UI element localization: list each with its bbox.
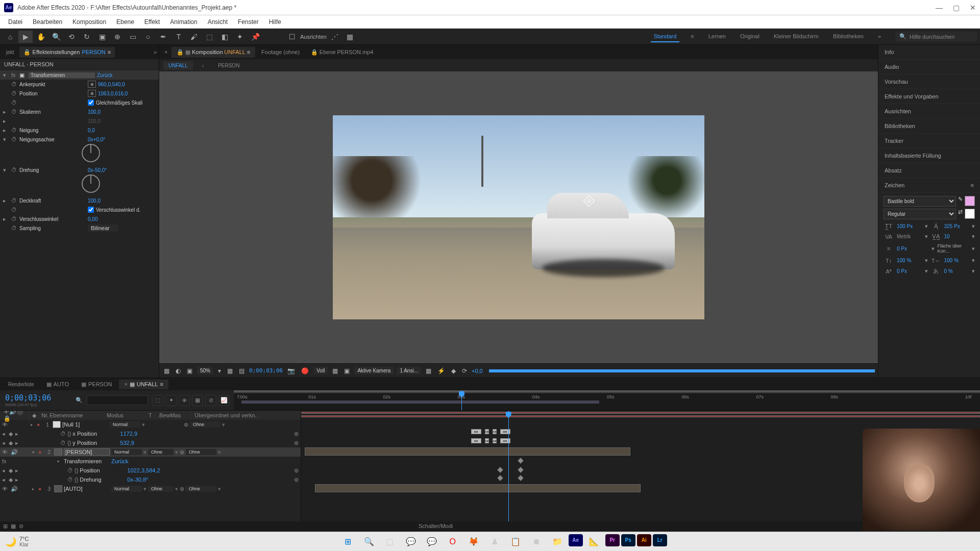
footage-tab[interactable]: Footage (ohne) bbox=[256, 47, 305, 57]
obs-icon[interactable]: ⏺ bbox=[527, 534, 546, 549]
audio-icon[interactable]: 🔊 bbox=[11, 449, 18, 456]
leading-value[interactable]: 325 Px bbox=[944, 223, 969, 229]
stroke-color-swatch[interactable] bbox=[965, 209, 975, 219]
stopwatch-icon[interactable]: ⏱ bbox=[11, 136, 17, 142]
layer-tab[interactable]: 🔒 Ebene PERSON.mp4 bbox=[306, 47, 378, 58]
photoshop-icon[interactable]: Ps bbox=[621, 534, 635, 546]
minimize-icon[interactable]: — bbox=[936, 4, 943, 12]
property-value[interactable]: 532,9 bbox=[120, 440, 134, 446]
hscale-value[interactable]: 100 % bbox=[944, 258, 969, 263]
render-queue-tab[interactable]: Renderliste bbox=[3, 380, 39, 389]
twirl-icon[interactable]: ▾ bbox=[32, 450, 37, 455]
menu-komposition[interactable]: Komposition bbox=[68, 17, 110, 27]
font-style-dropdown[interactable]: Regular bbox=[884, 209, 956, 219]
panel-info[interactable]: Info bbox=[878, 45, 980, 60]
menu-animation[interactable]: Animation bbox=[166, 17, 201, 27]
property-row[interactable]: ◂◆▸ ⏱ {} y Position 532,9 ⊚ bbox=[0, 438, 301, 447]
blend-mode-dropdown[interactable]: Normal bbox=[110, 421, 140, 428]
menu-fenster[interactable]: Fenster bbox=[234, 17, 263, 27]
snap-opt-icon[interactable]: ⋰ bbox=[328, 31, 342, 43]
shy-icon[interactable]: 👁 bbox=[179, 395, 190, 406]
stopwatch-icon[interactable]: ⏱ bbox=[11, 90, 17, 96]
mask-icon[interactable]: ▣ bbox=[19, 72, 27, 79]
project-tab[interactable]: jekt bbox=[2, 47, 18, 57]
expression-icon[interactable]: {} bbox=[67, 440, 71, 446]
graph-editor-icon[interactable]: 📈 bbox=[218, 395, 230, 406]
effect-reset[interactable]: Zurück bbox=[97, 72, 113, 78]
snapshot-icon[interactable]: 📷 bbox=[286, 367, 297, 374]
label-color-icon[interactable]: ■ bbox=[39, 450, 44, 455]
panel-content-aware[interactable]: Inhaltsbasierte Füllung bbox=[878, 148, 980, 163]
shape-ellipse-icon[interactable]: ○ bbox=[141, 31, 155, 43]
puppet-tool-icon[interactable]: 📌 bbox=[248, 31, 262, 43]
twirl-icon[interactable]: ▾ bbox=[57, 459, 62, 464]
motion-blur-icon[interactable]: ⊘ bbox=[19, 523, 23, 530]
panel-character[interactable]: Zeichen≡ bbox=[878, 178, 980, 193]
menu-hilfe[interactable]: Hilfe bbox=[265, 17, 285, 27]
zoom-dropdown[interactable]: 50% bbox=[197, 367, 213, 374]
firefox-icon[interactable]: 🦊 bbox=[464, 534, 483, 549]
fx-badge[interactable]: fx bbox=[2, 458, 8, 464]
skew-axis-value[interactable]: 0x+0,0° bbox=[88, 137, 105, 142]
zoom-tool-icon[interactable]: 🔍 bbox=[49, 31, 63, 43]
rotation-dial[interactable] bbox=[82, 174, 100, 193]
twirl-icon[interactable]: ▾ bbox=[3, 72, 9, 79]
visibility-icon[interactable]: 👁 bbox=[2, 486, 9, 492]
font-family-dropdown[interactable]: Bastile bold bbox=[884, 196, 956, 207]
effect-controls-tab[interactable]: 🔒 Effekteinstellungen PERSON ≡ bbox=[19, 47, 115, 58]
fast-preview-icon[interactable]: ⚡ bbox=[436, 367, 447, 374]
composition-viewer[interactable] bbox=[159, 71, 878, 363]
panel-libraries[interactable]: Bibliotheken bbox=[878, 119, 980, 134]
parent-pick-icon[interactable]: ⊚ bbox=[184, 421, 188, 428]
prev-tab-icon[interactable]: × bbox=[161, 49, 170, 55]
stopwatch-icon[interactable]: ⏱ bbox=[11, 127, 17, 133]
draft-icon[interactable]: ✦ bbox=[165, 395, 177, 406]
comp-flowchart-icon[interactable]: ⬚ bbox=[152, 395, 163, 406]
eraser-tool-icon[interactable]: ◧ bbox=[217, 31, 232, 43]
draft-icon[interactable]: ◆ bbox=[450, 367, 457, 374]
transparency-icon[interactable]: ▦ bbox=[331, 367, 339, 374]
panel-tracker[interactable]: Tracker bbox=[878, 134, 980, 148]
toggle-switches-icon[interactable]: ⊞ bbox=[3, 523, 8, 530]
stopwatch-icon[interactable]: ⏱ bbox=[11, 197, 17, 204]
stopwatch-icon[interactable]: ⏱ bbox=[11, 225, 17, 231]
start-menu-icon[interactable]: ⊞ bbox=[338, 534, 358, 549]
trackmatte-dropdown[interactable]: Ohne bbox=[148, 449, 174, 455]
workspace-kleiner[interactable]: Kleiner Bildschirm bbox=[771, 31, 822, 42]
lightroom-icon[interactable]: Lr bbox=[653, 534, 667, 546]
snap-icon[interactable]: ☐ bbox=[285, 31, 299, 43]
position-picker-icon[interactable]: ⊕ bbox=[88, 81, 96, 88]
expression-icon[interactable]: {} bbox=[67, 431, 71, 437]
blend-mode-dropdown[interactable]: Normal bbox=[111, 449, 142, 455]
layer-name[interactable]: [AUTO] bbox=[64, 486, 110, 492]
comp-tab[interactable]: 🔒 ▦ Komposition UNFALL ≡ bbox=[172, 47, 255, 58]
parent-pick-icon[interactable]: ⊚ bbox=[294, 440, 299, 446]
panel-menu-icon[interactable]: ≡ bbox=[971, 182, 974, 188]
pen-tool-icon[interactable]: ✒ bbox=[156, 31, 170, 43]
orbit-tool-icon[interactable]: ⟲ bbox=[64, 31, 79, 43]
app-icon[interactable]: ♟ bbox=[485, 534, 504, 549]
work-area-bar[interactable] bbox=[241, 400, 600, 404]
brush-tool-icon[interactable]: 🖌 bbox=[187, 31, 201, 43]
stopwatch-icon[interactable]: ⏱ bbox=[11, 207, 17, 213]
visibility-icon[interactable]: 👁 bbox=[2, 421, 9, 428]
help-search[interactable]: 🔍 Hilfe durchsuchen bbox=[895, 32, 977, 41]
position-value[interactable]: 1063,0,616,0 bbox=[98, 91, 128, 96]
rotation-value[interactable]: 0x-50,0° bbox=[88, 167, 107, 173]
layer-row[interactable]: 👁 ▸ ■ 1 [Null 1] Normal▾ ⊚ Ohne▾ bbox=[0, 420, 301, 429]
stopwatch-icon[interactable]: ⏱ bbox=[67, 467, 73, 473]
visibility-icon[interactable]: 👁 bbox=[2, 449, 9, 455]
app-icon[interactable]: 📋 bbox=[506, 534, 525, 549]
effect-transform-label[interactable]: Transformieren bbox=[29, 72, 95, 78]
grid-icon[interactable]: ▦ bbox=[226, 367, 234, 374]
parent-dropdown[interactable]: Ohne bbox=[190, 421, 220, 428]
shutter-value[interactable]: 0,00 bbox=[88, 216, 97, 222]
workspace-lernen[interactable]: Lernen bbox=[705, 31, 729, 42]
kf-nav-next-icon[interactable]: ▸ bbox=[15, 431, 20, 437]
angle-dial[interactable] bbox=[82, 144, 100, 162]
resolution-dropdown[interactable]: Voll bbox=[313, 367, 328, 374]
panel-paragraph[interactable]: Absatz bbox=[878, 163, 980, 178]
subtab-unfall[interactable]: UNFALL bbox=[163, 61, 193, 70]
stopwatch-icon[interactable]: ⏱ bbox=[11, 81, 17, 87]
mask-icon[interactable]: ◐ bbox=[174, 367, 182, 374]
